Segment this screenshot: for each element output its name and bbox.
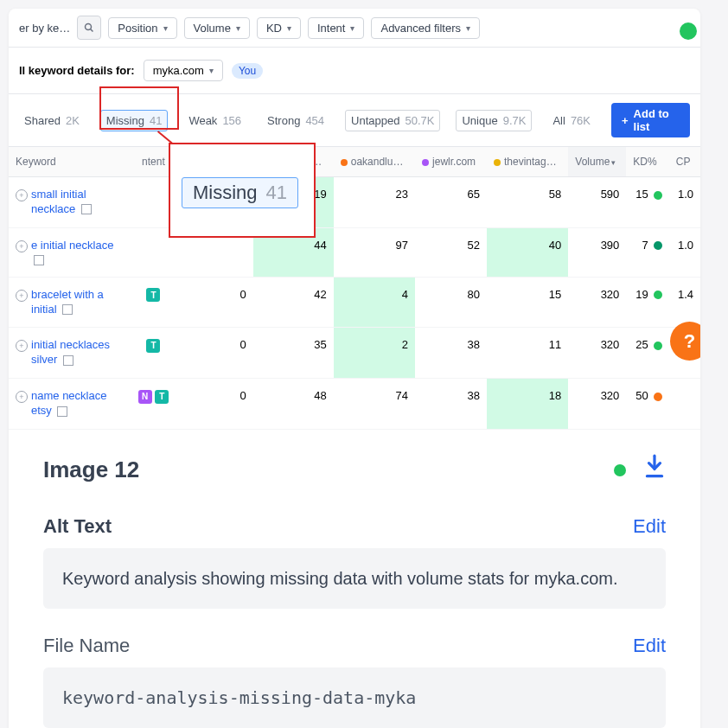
filter-position-label: Position <box>118 22 157 35</box>
alt-text-label: Alt Text <box>43 515 112 538</box>
cell-cp: 1.0 <box>669 177 700 228</box>
expand-icon[interactable] <box>16 240 28 252</box>
tab-weak-label: Weak <box>188 114 217 127</box>
col-thevintag[interactable]: thevintag… <box>487 147 568 177</box>
cell-intent: T <box>130 328 177 379</box>
cell-c2: 48 <box>253 379 334 430</box>
cell-c5: 58 <box>487 177 568 228</box>
col-oakandlu[interactable]: oakandlu… <box>334 147 415 177</box>
filter-kd[interactable]: KD <box>257 17 301 39</box>
cell-c3: 23 <box>334 177 415 228</box>
cell-volume: 590 <box>568 177 626 228</box>
col-oakandlu-label: oakandlu… <box>351 156 404 168</box>
cell-volume: 320 <box>568 277 626 328</box>
serp-icon[interactable] <box>57 406 67 417</box>
details-label: ll keyword details for: <box>19 64 135 77</box>
expand-icon[interactable] <box>16 391 28 403</box>
dot-icon <box>260 159 267 166</box>
cell-intent <box>130 177 177 228</box>
cell-keyword: small initial necklace <box>9 177 130 228</box>
cell-c2: 44 <box>253 227 334 277</box>
intent-badge-T: T <box>146 339 160 353</box>
serp-icon[interactable] <box>62 304 73 315</box>
intent-badge-N: N <box>138 390 152 404</box>
intent-badge-T: T <box>155 390 169 404</box>
col-kd-label: KD% <box>633 156 656 168</box>
col-myka-label: myka.com <box>195 156 242 168</box>
search-icon <box>84 22 94 33</box>
cell-intent: N T <box>130 379 177 430</box>
tab-shared[interactable]: Shared2K <box>19 111 85 131</box>
expand-icon[interactable] <box>16 340 28 352</box>
filter-intent[interactable]: Intent <box>308 17 365 39</box>
keyword-link[interactable]: e initial necklace <box>31 239 113 252</box>
tab-missing[interactable]: Missing41 <box>100 110 169 131</box>
site-select-label: myka.com <box>153 64 204 77</box>
col-myka[interactable]: myka.com <box>177 147 253 177</box>
filter-volume[interactable]: Volume <box>184 17 250 39</box>
cell-c4: 80 <box>415 277 487 328</box>
serp-icon[interactable] <box>34 255 44 265</box>
avatar-partial <box>680 22 697 40</box>
cell-c4: 52 <box>415 227 487 277</box>
col-jewlr[interactable]: jewlr.com <box>415 147 487 177</box>
expand-icon[interactable] <box>16 290 28 302</box>
tab-unique[interactable]: Unique9.7K <box>456 110 532 131</box>
col-onecklac[interactable]: onecklac… <box>253 147 334 177</box>
col-volume[interactable]: Volume <box>568 147 626 177</box>
cell-keyword: e initial necklace <box>9 227 130 277</box>
you-badge: You <box>232 63 263 79</box>
tab-untapped[interactable]: Untapped50.7K <box>345 110 440 131</box>
filename-edit-link[interactable]: Edit <box>633 635 666 657</box>
table-row: initial necklaces silver T03523811320251… <box>9 328 700 379</box>
expand-icon[interactable] <box>16 189 28 201</box>
table-row: small initial necklace 19236558590151.0 <box>9 177 700 228</box>
svg-point-0 <box>86 24 92 30</box>
dot-icon <box>184 159 191 166</box>
cell-c2: 35 <box>253 328 334 379</box>
tab-all[interactable]: All76K <box>547 111 596 131</box>
tab-missing-count: 41 <box>150 114 162 127</box>
keyword-link[interactable]: small initial necklace <box>31 188 86 215</box>
tab-strong[interactable]: Strong454 <box>262 111 329 131</box>
alt-text-edit-link[interactable]: Edit <box>633 515 666 538</box>
site-select[interactable]: myka.com <box>144 60 223 81</box>
tab-missing-label: Missing <box>106 114 144 127</box>
tab-unique-count: 9.7K <box>503 114 527 127</box>
cell-c5: 11 <box>487 328 568 379</box>
add-to-list-button[interactable]: Add to list <box>611 103 690 137</box>
cell-myka: 0 <box>177 328 253 379</box>
cell-keyword: initial necklaces silver <box>9 328 130 379</box>
kd-dot-icon <box>654 191 662 200</box>
serp-icon[interactable] <box>63 355 73 366</box>
cell-kd: 7 <box>626 227 668 277</box>
col-keyword[interactable]: Keyword <box>9 147 130 177</box>
filter-advanced[interactable]: Advanced filters <box>371 17 480 39</box>
cell-kd: 15 <box>626 177 668 228</box>
cell-kd: 25 <box>626 328 668 379</box>
col-onecklac-label: onecklac… <box>271 156 322 168</box>
keywords-table: Keyword ntent myka.com onecklac… oakandl… <box>9 147 700 430</box>
filter-position[interactable]: Position <box>108 17 176 39</box>
search-icon-button[interactable] <box>77 16 101 40</box>
filter-volume-label: Volume <box>194 22 231 35</box>
keyword-link[interactable]: name necklace etsy <box>31 389 106 417</box>
tab-weak[interactable]: Weak156 <box>183 111 246 131</box>
cell-c4: 38 <box>415 328 487 379</box>
cell-volume: 320 <box>568 328 626 379</box>
cell-c3: 4 <box>334 277 415 328</box>
col-intent-label: ntent <box>142 156 165 168</box>
tabs-row: Shared2K Missing41 Weak156 Strong454 Unt… <box>9 94 700 147</box>
col-cp[interactable]: CP <box>669 147 700 177</box>
col-kd[interactable]: KD% <box>626 147 668 177</box>
cell-cp <box>669 379 700 430</box>
tab-shared-count: 2K <box>66 114 80 127</box>
tab-untapped-label: Untapped <box>351 114 399 127</box>
add-to-list-label: Add to list <box>634 107 680 133</box>
col-intent[interactable]: ntent <box>130 147 177 177</box>
cell-keyword: name necklace etsy <box>9 379 130 430</box>
download-icon[interactable] <box>643 454 666 486</box>
kd-dot-icon <box>654 241 662 250</box>
serp-icon[interactable] <box>81 204 92 214</box>
image-title: Image 12 <box>43 457 139 483</box>
